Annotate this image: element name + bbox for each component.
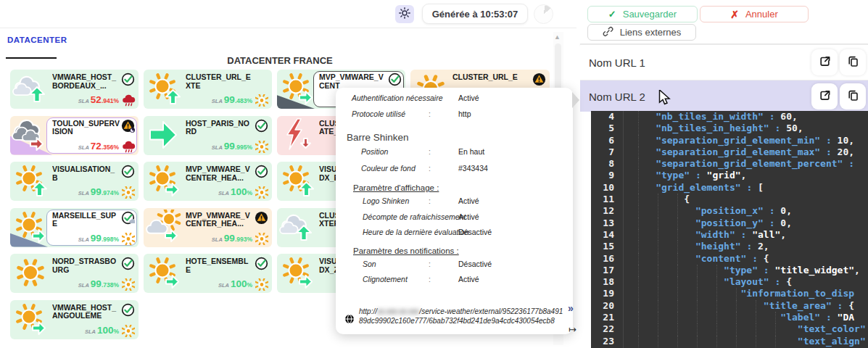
app-root: Générée à 10:53:07 DATACENTER DATACENTER… — [0, 0, 868, 348]
external-links-label: Liens externes — [620, 27, 682, 38]
globe-icon — [344, 314, 355, 327]
line-number: 20 — [591, 300, 614, 312]
weather-sun-right-icon — [278, 71, 316, 106]
line-number: 23 — [591, 336, 614, 347]
weather-sun-icon — [12, 255, 49, 290]
status-check-icon — [121, 303, 135, 317]
host-name: MVP_VMWARE_V CENTER_HEA... — [186, 165, 253, 182]
host-name: VISUALISATION_B DX_ZONE1 — [52, 165, 120, 183]
host-name: HOST_PARIS_NO RD — [186, 120, 253, 136]
host-tile[interactable]: TOULON_SUPERV ISIONSLA72.356% — [10, 116, 139, 155]
code-line: 18 "layout" : { — [591, 276, 868, 288]
panel-collapse-icon[interactable]: » — [568, 302, 574, 314]
line-number: 5 — [591, 123, 614, 134]
sla-value: SLA100% — [218, 185, 252, 198]
dashboard-header: Générée à 10:53:07 — [0, 0, 576, 28]
sla-value: SLA99.738% — [78, 277, 119, 290]
sla-sun-icon — [122, 233, 136, 245]
code-line: 10 "grid_elements" : [ — [591, 182, 868, 194]
json-code-editor[interactable]: 4 "nb_tiles_in_width" : 60,5 "nb_tiles_i… — [591, 111, 868, 348]
tooltip-row: Barre Shinken — [346, 125, 564, 147]
status-warn-icon — [532, 72, 546, 86]
status-check-icon — [121, 165, 135, 178]
sla-value: SLA99.995% — [212, 139, 252, 152]
cancel-button[interactable]: ✗ Annuler — [700, 6, 809, 22]
code-line: 11 { — [591, 194, 868, 205]
weather-sun-up-icon — [278, 163, 316, 198]
tooltip-row: Décompte de rafraichissement:Activé — [346, 212, 564, 228]
code-line: 8 "separation_grid_element_percent" : — [591, 158, 868, 170]
tooltip-row: Paramètre d'affichage : — [346, 181, 564, 196]
host-tile[interactable]: VMWARE_HOST_ BORDEAUX_...SLA52.941% — [10, 70, 139, 109]
code-line: 21 "label" : "DA — [591, 312, 868, 323]
copy-button[interactable] — [840, 49, 866, 75]
tab-datacenter[interactable]: DATACENTER — [7, 36, 67, 44]
sla-value: SLA72.356% — [78, 139, 119, 152]
external-links-button[interactable]: Liens externes — [587, 24, 696, 41]
host-tile[interactable]: MARSEILLE_SUPE RVISIONSLA99.998% — [10, 208, 139, 247]
tooltip-row: Clignotement:Activé — [346, 275, 564, 291]
host-tile[interactable]: CLUSTER_URL_EXTE RNE_MONTPELIERSLA99.483… — [144, 70, 272, 109]
host-name: VMWARE_HOST_ BORDEAUX_... — [52, 73, 120, 90]
refresh-countdown-icon[interactable] — [534, 4, 553, 24]
copy-icon — [847, 55, 859, 70]
open-external-button[interactable] — [811, 83, 838, 109]
code-line: 19 "information_to_disp — [591, 288, 868, 299]
code-line: 9 "type" : "grid", — [591, 170, 868, 181]
host-tile[interactable]: HOTE_ENSEMBLE _DES_ETABLI...SLA100% — [144, 254, 272, 293]
line-number: 4 — [591, 111, 614, 123]
code-line: 6 "separation_grid_element_min" : 10, — [591, 135, 868, 146]
host-tile[interactable]: MVP_VMWARE_V CENTER_HEA...SLA100% — [144, 162, 272, 201]
tooltip-url: http://xx.xxx.xx.xxx/service-weather/ext… — [344, 307, 564, 326]
sla-sun-icon — [122, 325, 136, 337]
status-check-icon — [255, 119, 268, 133]
line-number: 16 — [591, 253, 614, 265]
weather-bolt-down-icon — [278, 117, 316, 152]
host-tile[interactable]: HOST_PARIS_NO RDSLA99.995% — [144, 116, 272, 155]
weather-big-arrow-right-icon — [145, 117, 183, 152]
cancel-label: Annuler — [745, 9, 778, 20]
open-external-button[interactable] — [811, 49, 838, 75]
external-link-icon — [819, 55, 831, 70]
line-number: 8 — [591, 158, 614, 170]
host-tile[interactable]: VMWARE_HOST_ ANGOULEMESLA100% — [10, 300, 139, 339]
copy-icon — [847, 89, 859, 104]
status-check-cloud-icon — [121, 211, 135, 225]
code-line: 15 "height" : 2, — [591, 241, 868, 252]
host-name: CLUSTER_URL_E — [452, 73, 531, 82]
copy-button[interactable] — [840, 83, 866, 109]
code-line: 16 "content" : { — [591, 253, 868, 265]
tooltip-row: Position:En haut — [346, 147, 564, 164]
host-tile[interactable]: MVP_VMWARE_V CENTER_HEA...SLA99.993% — [144, 208, 272, 247]
sla-rain-icon — [122, 141, 136, 153]
sla-value: SLA99.483% — [212, 93, 252, 106]
status-warn-moon-icon — [121, 119, 135, 133]
tooltip-row: Protocole utilisé:http — [346, 109, 564, 125]
line-number: 21 — [591, 312, 614, 323]
redacted-host: xx.xxx.xx.xxx — [377, 307, 419, 315]
code-line: 22 "text_color" — [591, 323, 868, 335]
host-name: HOTE_ENSEMBLE _DES_ETABLI... — [186, 257, 253, 275]
generated-time-button[interactable]: Générée à 10:53:07 — [422, 4, 528, 24]
scroll-up-arrow-icon[interactable]: ▲ — [554, 33, 561, 41]
line-number: 13 — [591, 218, 614, 229]
host-tile[interactable]: VISUALISATION_B DX_ZONE1SLA99.974% — [10, 162, 139, 201]
code-line: 12 "position_x" : 0, — [591, 205, 868, 217]
line-number: 9 — [591, 170, 614, 181]
sla-value: SLA99.998% — [78, 231, 119, 244]
url-row[interactable]: Nom URL 1 — [580, 45, 868, 80]
weather-clouds-up-icon — [278, 210, 316, 244]
panel-resize-icon[interactable]: ↦ — [569, 324, 576, 335]
editor-panel: ✓ Sauvegarder ✗ Annuler Liens externes N… — [580, 0, 868, 348]
close-icon: ✗ — [730, 9, 739, 20]
sla-value: SLA99.993% — [212, 231, 252, 244]
host-name: TOULON_SUPERV ISION — [52, 120, 120, 136]
save-button[interactable]: ✓ Sauvegarder — [587, 6, 698, 22]
theme-sun-button[interactable] — [395, 5, 414, 23]
save-label: Sauvegarder — [623, 9, 677, 20]
url-name-list: Nom URL 1Nom URL 2 — [580, 45, 868, 112]
tooltip-row: Logo Shinken:Activé — [346, 196, 564, 212]
host-tile[interactable]: NORD_STRASBO URGSLA99.738% — [10, 254, 139, 293]
url-row-selected[interactable]: Nom URL 2 — [580, 80, 868, 112]
url-details-tooltip: Authentification nécessaire:ActivéProtoc… — [336, 88, 573, 334]
